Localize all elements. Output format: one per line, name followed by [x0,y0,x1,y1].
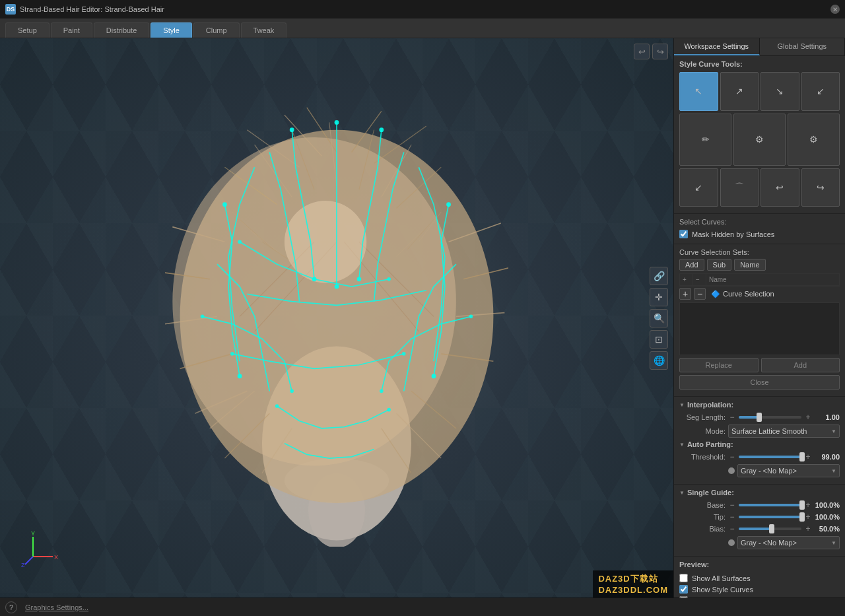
bias-slider[interactable] [739,528,801,530]
gray-map1-value: Gray - <No Map> [741,467,797,475]
close-button[interactable]: ✕ [830,5,840,14]
svg-point-62 [230,352,234,356]
single-guide-collapsible[interactable]: ▼ Single Guide: [679,489,840,496]
gray-map2-dropdown[interactable]: Gray - <No Map> ▼ [737,536,840,549]
sets-sub-button[interactable]: Sub [707,259,732,271]
tool-edit[interactable]: ✏ [679,114,731,166]
tool-undo-curve[interactable]: ↩ [760,168,799,207]
bias-thumb[interactable] [769,524,774,533]
tab-paint[interactable]: Paint [51,22,92,38]
right-panel: Workspace Settings Global Settings Style… [673,38,845,598]
tab-global-settings[interactable]: Global Settings [760,38,846,55]
bias-plus[interactable]: + [804,524,812,533]
bias-value: 50.0% [815,525,840,533]
tool-settings[interactable]: ⚙ [733,114,786,166]
seg-length-minus[interactable]: − [728,413,736,422]
tool-select-arrow[interactable]: ↖ [679,72,718,111]
bias-minus[interactable]: − [728,524,736,533]
viewport-btn-move[interactable]: ✛ [650,288,668,306]
col-name: Name [706,274,839,286]
tab-distribute[interactable]: Distribute [94,22,149,38]
seg-length-label: Seg Length: [679,413,726,421]
tab-workspace-settings[interactable]: Workspace Settings [674,38,760,55]
tool-node1[interactable]: ↙ [679,168,718,207]
tool-select3[interactable]: ↘ [760,72,799,111]
seg-length-plus[interactable]: + [804,413,812,422]
svg-point-59 [387,408,391,412]
viewport-btn-zoom[interactable]: 🔍 [650,309,668,327]
sets-action-buttons: Replace Add [679,358,840,372]
hair-model [165,71,508,547]
viewport-btn-link[interactable]: 🔗 [650,267,668,285]
mode-dropdown[interactable]: Surface Lattice Smooth ▼ [728,425,840,438]
threshold-slider[interactable] [739,456,801,458]
base-label: Base: [679,501,726,509]
bias-label: Bias: [679,525,726,533]
sets-add-action-button[interactable]: Add [761,358,840,372]
auto-parting-arrow: ▼ [679,442,685,448]
remove-set-button[interactable]: − [694,288,706,300]
seg-length-thumb[interactable] [757,413,762,422]
svg-point-60 [238,240,242,244]
gray-map1-dropdown[interactable]: Gray - <No Map> ▼ [737,464,840,477]
seg-length-slider[interactable] [739,416,801,419]
gray-map2-arrow: ▼ [831,540,836,546]
show-all-surfaces-label[interactable]: Show All Surfaces [692,574,751,582]
tool-select2[interactable]: ↗ [720,72,759,111]
interpolation-section: ▼ Interpolation: Seg Length: − + 1.00 Mo… [674,397,845,485]
mask-hidden-checkbox[interactable] [679,230,688,238]
show-style-curves-label[interactable]: Show Style Curves [692,586,753,594]
show-all-surfaces-checkbox[interactable] [679,574,688,582]
viewport-btn-globe[interactable]: 🌐 [650,351,668,370]
show-style-curves-checkbox[interactable] [679,585,688,594]
help-button[interactable]: ? [5,601,17,613]
viewport[interactable]: ↩ ↪ [0,38,673,598]
tip-slider[interactable] [739,516,801,518]
base-plus[interactable]: + [804,500,812,510]
base-slider[interactable] [739,504,801,506]
hair-visualization [165,71,508,547]
mask-hidden-row: Mask Hidden by Surfaces [679,228,840,240]
tip-fill [739,516,801,518]
tab-clump[interactable]: Clump [193,22,240,38]
redo-button[interactable]: ↪ [652,44,668,59]
tab-tweak[interactable]: Tweak [241,22,287,38]
undo-button[interactable]: ↩ [634,44,650,59]
svg-point-53 [357,277,362,281]
svg-text:Y: Y [31,530,35,537]
tool-select4[interactable]: ↙ [801,72,840,111]
sets-name-button[interactable]: Name [734,259,765,271]
tool-curve1[interactable]: ⌒ [720,168,759,207]
sets-replace-button[interactable]: Replace [679,358,759,372]
tip-minus[interactable]: − [728,512,736,522]
tip-plus[interactable]: + [804,512,812,522]
svg-point-48 [446,202,451,207]
gray-map2-row: Gray - <No Map> ▼ [679,536,840,549]
sets-add-button[interactable]: Add [679,259,704,271]
svg-point-46 [335,120,339,125]
curve-selection-name: Curve Selection [723,290,774,298]
tool-cog2[interactable]: ⚙ [788,114,840,166]
base-thumb[interactable] [799,500,805,510]
tip-thumb[interactable] [799,512,805,522]
tab-setup[interactable]: Setup [5,22,50,38]
base-minus[interactable]: − [728,500,736,510]
svg-point-45 [238,374,242,378]
threshold-thumb[interactable] [799,452,805,462]
graphics-settings-link[interactable]: Graphics Settings... [25,603,88,611]
mask-hidden-label[interactable]: Mask Hidden by Surfaces [692,230,774,238]
tab-style[interactable]: Style [151,22,191,38]
threshold-minus[interactable]: − [728,452,736,462]
interpolation-collapsible[interactable]: ▼ Interpolation: [679,401,840,409]
auto-parting-header: Auto Parting: [687,440,733,448]
sets-plus-minus: + − 🔷 Curve Selection [679,288,840,300]
add-set-button[interactable]: + [679,288,691,300]
auto-parting-collapsible[interactable]: ▼ Auto Parting: [679,440,840,448]
tool-redo-curve[interactable]: ↪ [801,168,840,207]
sets-close-button[interactable]: Close [679,375,840,390]
viewport-btn-fit[interactable]: ⊡ [650,330,668,349]
svg-text:X: X [54,554,58,561]
threshold-plus[interactable]: + [804,452,812,462]
svg-point-61 [387,277,391,281]
single-guide-arrow: ▼ [679,490,685,496]
